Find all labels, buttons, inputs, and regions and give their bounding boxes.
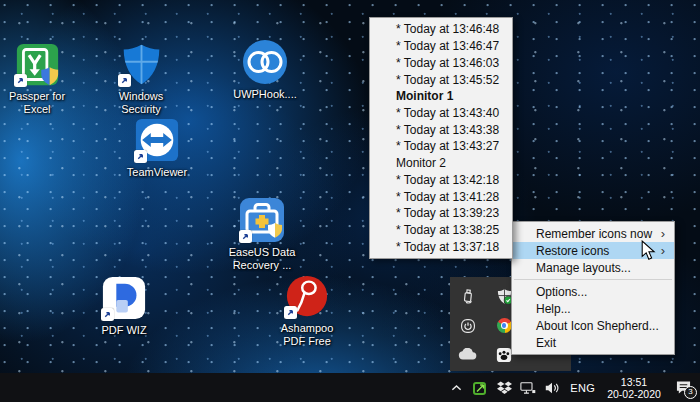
monitor-group-label: Monitor 2 <box>370 155 512 172</box>
power-icon[interactable] <box>450 311 486 340</box>
shortcut-arrow-icon <box>101 308 114 321</box>
restore-point-item[interactable]: * Today at 13:37:18 <box>370 238 512 255</box>
shortcut-arrow-icon <box>239 230 252 243</box>
menu-item-about-icon-shepherd[interactable]: About Icon Shepherd... <box>512 317 674 334</box>
desktop-icon-uwphook[interactable]: UWPHook.... <box>220 38 310 101</box>
windows-security-shield-icon <box>117 40 165 88</box>
restore-icons-submenu: * Today at 13:46:48 * Today at 13:46:47 … <box>369 17 513 259</box>
menu-item-label: Restore icons <box>536 244 609 258</box>
onedrive-cloud-icon[interactable] <box>450 340 486 369</box>
desktop-icon-label: PDF WIZ <box>101 324 146 337</box>
passper-for-excel-icon <box>13 40 61 88</box>
menu-item-label: About Icon Shepherd... <box>536 319 659 333</box>
menu-item-exit[interactable]: Exit <box>512 334 674 351</box>
clock-date: 20-02-2020 <box>605 388 663 400</box>
volume-tray-icon[interactable] <box>544 377 560 399</box>
desktop-icon-label: Passper for Excel <box>0 90 74 116</box>
desktop-icon-windows-security[interactable]: Windows Security <box>96 40 186 116</box>
teamviewer-icon <box>133 116 181 164</box>
desktop-icon-ashampoo-pdf-free[interactable]: Ashampoo PDF Free <box>262 272 352 348</box>
restore-point-item[interactable]: * Today at 13:46:48 <box>370 21 512 38</box>
show-hidden-icons-chevron[interactable] <box>448 377 464 399</box>
restore-point-item[interactable]: * Today at 13:41:28 <box>370 188 512 205</box>
menu-item-options[interactable]: Options... <box>512 283 674 300</box>
dropbox-tray-icon[interactable] <box>496 377 512 399</box>
restore-point-item[interactable]: * Today at 13:38:25 <box>370 222 512 239</box>
restore-point-item[interactable]: * Today at 13:46:03 <box>370 54 512 71</box>
action-center-icon[interactable]: 3 <box>671 376 695 400</box>
menu-separator <box>514 279 672 280</box>
shortcut-arrow-icon <box>134 150 147 163</box>
easeus-toolbox-icon <box>238 196 286 244</box>
menu-item-restore-icons[interactable]: Restore icons › <box>512 242 674 259</box>
ashampoo-pdf-icon <box>283 272 331 320</box>
menu-item-manage-layouts[interactable]: Manage layouts... <box>512 259 674 276</box>
shortcut-arrow-icon <box>118 74 131 87</box>
taskbar: ENG 13:51 20-02-2020 3 <box>0 373 700 402</box>
desktop-icon-easeus-data-recovery[interactable]: EaseUS Data Recovery ... <box>217 196 307 272</box>
restore-point-item[interactable]: * Today at 13:39:23 <box>370 205 512 222</box>
restore-point-item[interactable]: * Today at 13:46:47 <box>370 38 512 55</box>
clock-time: 13:51 <box>605 376 663 388</box>
pdf-wiz-icon <box>100 274 148 322</box>
monitor-group-label: Moinitor 1 <box>370 88 512 105</box>
desktop-icon-pdf-wiz[interactable]: PDF WIZ <box>79 274 169 337</box>
desktop-icon-teamviewer[interactable]: TeamViewer <box>112 116 202 179</box>
menu-item-label: Exit <box>536 336 556 350</box>
desktop-icon-label: Ashampoo PDF Free <box>270 322 344 348</box>
desktop: Passper for Excel Windows Security <box>0 0 700 402</box>
menu-item-label: Manage layouts... <box>536 261 631 275</box>
notification-count-badge: 3 <box>684 386 697 399</box>
menu-item-help[interactable]: Help... <box>512 300 674 317</box>
restore-point-item[interactable]: * Today at 13:43:27 <box>370 138 512 155</box>
menu-item-label: Help... <box>536 302 571 316</box>
desktop-icon-passper-for-excel[interactable]: Passper for Excel <box>0 40 82 116</box>
restore-point-item[interactable]: * Today at 13:43:38 <box>370 121 512 138</box>
usb-drive-icon[interactable] <box>450 282 486 311</box>
taskbar-clock[interactable]: 13:51 20-02-2020 <box>605 376 663 400</box>
desktop-icon-label: TeamViewer <box>127 166 187 179</box>
submenu-arrow-icon: › <box>661 229 665 239</box>
menu-item-label: Remember icons now <box>536 227 652 241</box>
desktop-icon-label: Windows Security <box>104 90 178 116</box>
restore-point-item[interactable]: * Today at 13:43:40 <box>370 105 512 122</box>
uwphook-circles-icon <box>241 38 289 86</box>
menu-item-remember-icons-now[interactable]: Remember icons now › <box>512 225 674 242</box>
submenu-arrow-icon: › <box>661 246 665 256</box>
menu-item-label: Options... <box>536 285 587 299</box>
network-tray-icon[interactable] <box>520 377 536 399</box>
shortcut-arrow-icon <box>284 306 297 319</box>
restore-point-item[interactable]: * Today at 13:42:18 <box>370 171 512 188</box>
desktop-icon-label: UWPHook.... <box>233 88 297 101</box>
desktop-icon-label: EaseUS Data Recovery ... <box>225 246 299 272</box>
icon-shepherd-tray-icon[interactable] <box>472 377 488 399</box>
restore-point-item[interactable]: * Today at 13:45:52 <box>370 71 512 88</box>
language-indicator[interactable]: ENG <box>568 382 597 394</box>
shortcut-arrow-icon <box>14 74 27 87</box>
icon-shepherd-context-menu: Remember icons now › Restore icons › Man… <box>511 221 675 355</box>
